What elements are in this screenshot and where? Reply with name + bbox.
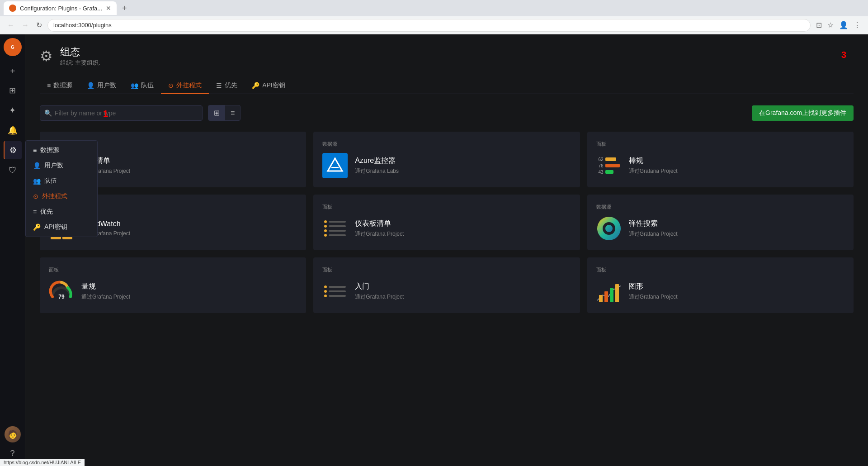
dropdown-item-preferences[interactable]: ≡ 优先 bbox=[26, 204, 97, 219]
svg-rect-8 bbox=[615, 284, 619, 302]
svg-rect-6 bbox=[604, 291, 608, 302]
dropdown-item-plugins[interactable]: ⊙ 外挂程式 bbox=[26, 189, 97, 204]
plugin-card-getting-started[interactable]: 面板 bbox=[313, 257, 580, 313]
browser-tab-active[interactable]: Configuration: Plugins - Grafa... ✕ bbox=[4, 1, 117, 15]
plugin-card-gauge[interactable]: 面板 79 bbox=[40, 257, 306, 313]
sidebar-item-dashboards[interactable]: ⊞ bbox=[4, 81, 22, 100]
plugin-search-input[interactable] bbox=[40, 105, 203, 121]
user-avatar[interactable]: 🧑 bbox=[5, 426, 21, 442]
plugins-toolbar: 🔍 ⊞ ≡ 在Grafana.com上找到更多插件 bbox=[40, 105, 854, 121]
plugin-name-elasticsearch: 弹性搜索 bbox=[629, 219, 678, 228]
svg-text:G: G bbox=[11, 45, 14, 50]
tab-users[interactable]: 👤 用户数 bbox=[80, 78, 123, 94]
sidebar-item-alerting[interactable]: 🔔 bbox=[4, 121, 22, 139]
browser-tab-bar: Configuration: Plugins - Grafa... ✕ + bbox=[0, 0, 868, 16]
plugin-type-bar-gauge: 面板 bbox=[596, 141, 844, 147]
grid-view-button[interactable]: ⊞ bbox=[208, 105, 225, 120]
address-bar[interactable]: localhost:3000/plugins bbox=[47, 19, 811, 32]
dropdown-item-apikeys[interactable]: 🔑 API密钥 bbox=[26, 219, 97, 235]
plugin-author-azure-monitor: 通过Grafana Labs bbox=[355, 167, 399, 175]
plugin-type-dashboard-list: 面板 bbox=[322, 204, 571, 210]
dl-bar-3 bbox=[329, 230, 346, 232]
bargauge-bar-2 bbox=[605, 164, 620, 167]
sidebar-item-configuration[interactable]: ⚙ bbox=[4, 141, 22, 159]
gettingstarted-graphic bbox=[324, 285, 346, 297]
search-icon: 🔍 bbox=[44, 109, 52, 117]
grafana-logo[interactable]: G bbox=[4, 38, 22, 56]
plugin-info-gauge: 量规 通过Grafana Project bbox=[81, 282, 130, 301]
configuration-dropdown: ≡ 数据源 👤 用户数 👥 队伍 ⊙ 外挂程式 ≡ 优先 🔑 API密钥 bbox=[25, 140, 98, 237]
tab-preferences[interactable]: ☰ 优先 bbox=[209, 78, 245, 94]
dashboard-icon: ⊞ bbox=[9, 86, 16, 95]
gs-row-3 bbox=[324, 295, 346, 297]
list-view-button[interactable]: ≡ bbox=[225, 105, 240, 120]
nav-forward-button[interactable]: → bbox=[20, 19, 31, 31]
url-text: localhost:3000/plugins bbox=[53, 22, 112, 29]
bargauge-row-1: 62 bbox=[596, 157, 622, 162]
nav-refresh-button[interactable]: ↻ bbox=[34, 19, 44, 31]
tab-teams-label: 队伍 bbox=[141, 81, 154, 90]
tab-apikeys[interactable]: 🔑 API密钥 bbox=[245, 78, 292, 94]
sidebar-item-explore[interactable]: ✦ bbox=[4, 101, 22, 119]
new-tab-button[interactable]: + bbox=[118, 4, 131, 13]
browser-nav-icons: ⊡ ☆ 👤 ⋮ bbox=[814, 19, 863, 31]
dl-bar-4 bbox=[329, 234, 346, 236]
plugin-icon-bar-gauge: 62 76 43 bbox=[596, 153, 622, 178]
profile-icon[interactable]: 👤 bbox=[837, 19, 850, 31]
plugin-author-elasticsearch: 通过Grafana Project bbox=[629, 230, 678, 238]
bargauge-bar-1 bbox=[605, 157, 616, 161]
gs-row-1 bbox=[324, 285, 346, 288]
plugin-card-azure-monitor[interactable]: 数据源 Azure监控器 通过Grafana Labs bbox=[313, 132, 580, 187]
page-subtitle: 组织: 主要组织. bbox=[60, 59, 100, 67]
plugin-icon-graph bbox=[596, 279, 622, 304]
gauge-graphic: 79 bbox=[49, 279, 74, 304]
plugin-info-graph: 图形 通过Grafana Project bbox=[629, 282, 678, 301]
dl-dot-3 bbox=[324, 229, 327, 232]
page-title-text: 组态 组织: 主要组织. bbox=[60, 45, 100, 67]
plugin-body-graph: 图形 通过Grafana Project bbox=[596, 279, 844, 304]
svg-rect-7 bbox=[610, 288, 613, 302]
main-content: ⚙ 组态 组织: 主要组织. ≡ 数据源 👤 用户数 👥 队伍 bbox=[25, 34, 868, 466]
plugin-info-getting-started: 入门 通过Grafana Project bbox=[355, 282, 404, 301]
tab-plugins-icon: ⊙ bbox=[168, 82, 174, 89]
dropdown-item-teams[interactable]: 👥 队伍 bbox=[26, 173, 97, 189]
sidebar-item-add[interactable]: ＋ bbox=[4, 62, 22, 80]
plugin-author-dashboard-list: 通过Grafana Project bbox=[355, 230, 404, 238]
nav-back-button[interactable]: ← bbox=[5, 19, 16, 31]
datasources-icon: ≡ bbox=[33, 147, 37, 154]
plugin-info-dashboard-list: 仪表板清单 通过Grafana Project bbox=[355, 219, 404, 238]
dl-dot-4 bbox=[324, 234, 327, 237]
menu-icon[interactable]: ⋮ bbox=[852, 19, 863, 31]
plugins-icon: ⊙ bbox=[33, 193, 38, 200]
plugin-body-getting-started: 入门 通过Grafana Project bbox=[322, 279, 571, 304]
bargauge-val-2: 76 bbox=[596, 163, 604, 168]
sidebar-item-shield[interactable]: 🛡 bbox=[4, 161, 22, 179]
dropdown-item-datasources[interactable]: ≡ 数据源 bbox=[26, 143, 97, 158]
tab-plugins[interactable]: ⊙ 外挂程式 bbox=[161, 78, 209, 94]
plugin-card-elasticsearch[interactable]: 数据源 弹性搜索 bbox=[587, 195, 854, 250]
plugin-body-elasticsearch: 弹性搜索 通过Grafana Project bbox=[596, 216, 844, 241]
bookmark-icon[interactable]: ☆ bbox=[826, 19, 835, 31]
tab-datasources[interactable]: ≡ 数据源 bbox=[40, 78, 80, 94]
tab-close-button[interactable]: ✕ bbox=[106, 5, 111, 12]
tab-teams[interactable]: 👥 队伍 bbox=[123, 78, 161, 94]
translate-icon[interactable]: ⊡ bbox=[814, 19, 824, 31]
plugin-card-bar-gauge[interactable]: 面板 62 76 bbox=[587, 132, 854, 187]
plugin-card-dashboard-list[interactable]: 面板 bbox=[313, 195, 580, 250]
find-more-button[interactable]: 在Grafana.com上找到更多插件 bbox=[752, 105, 854, 121]
gs-bar-1 bbox=[329, 286, 346, 288]
dl-row-4 bbox=[324, 234, 346, 237]
tab-teams-icon: 👥 bbox=[131, 82, 138, 89]
plugin-body-gauge: 79 量规 通过Grafana Project bbox=[49, 279, 297, 304]
plugin-type-graph: 面板 bbox=[596, 266, 844, 273]
plugin-name-graph: 图形 bbox=[629, 282, 678, 291]
plugin-card-graph[interactable]: 面板 bbox=[587, 257, 854, 313]
gs-dot-3 bbox=[324, 295, 327, 297]
gs-bar-2 bbox=[329, 290, 346, 292]
page-title-row: ⚙ 组态 组织: 主要组织. bbox=[40, 45, 854, 67]
status-url: https://blog.csdn.net/HUJIANLAILE bbox=[4, 460, 81, 465]
dl-dot-2 bbox=[324, 225, 327, 228]
bargauge-row-2: 76 bbox=[596, 163, 622, 168]
dropdown-item-users[interactable]: 👤 用户数 bbox=[26, 158, 97, 173]
tab-plugins-label: 外挂程式 bbox=[176, 81, 202, 90]
